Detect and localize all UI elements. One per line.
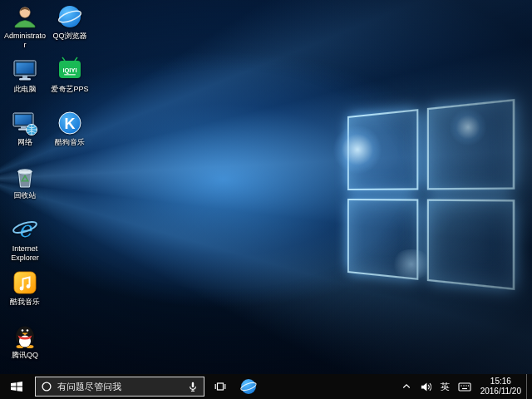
internet-explorer-icon: e — [12, 216, 38, 243]
taskbar-app-qq-browser[interactable] — [234, 374, 263, 399]
desktop-icon-qq-browser[interactable]: QQ浏览器 — [48, 3, 91, 57]
svg-text:iQIYI: iQIYI — [62, 66, 76, 74]
desktop-icon-label: 爱奇艺PPS — [51, 85, 88, 94]
desktop-icon-administrator[interactable]: Administrator — [3, 3, 47, 57]
computer-icon — [12, 57, 38, 83]
speaker-icon — [420, 381, 432, 393]
kuwo-music-icon — [12, 269, 38, 296]
desktop-icon-label: 腾讯QQ — [12, 351, 38, 360]
desktop-icon-iqiyi-pps[interactable]: iQIYI 爱奇艺PPS — [48, 57, 91, 110]
windows-start-icon — [10, 380, 23, 393]
show-desktop-button[interactable] — [526, 374, 532, 399]
task-view-icon — [214, 380, 227, 393]
desktop-icon-kuwo-music[interactable]: 酷我音乐 — [3, 269, 47, 323]
language-indicator[interactable]: 英 — [436, 374, 454, 399]
desktop-icon-label: Administrator — [3, 32, 47, 50]
iqiyi-pps-icon: iQIYI — [57, 57, 83, 83]
start-button[interactable] — [0, 374, 33, 399]
svg-text:K: K — [65, 116, 76, 132]
task-view-button[interactable] — [206, 374, 234, 399]
desktop-icon-label: 此电脑 — [14, 85, 37, 94]
chevron-up-icon — [401, 382, 411, 392]
user-folder-icon — [12, 3, 38, 30]
desktop-icon-grid: Administrator 此电脑 — [3, 3, 91, 374]
desktop-icon-label: 网络 — [17, 138, 32, 147]
clock-time: 15:16 — [480, 377, 521, 387]
touch-keyboard-button[interactable] — [454, 374, 475, 399]
desktop-icon-tencent-qq[interactable]: 腾讯QQ — [3, 323, 47, 374]
kugou-music-icon: K — [57, 110, 83, 136]
desktop-icon-network[interactable]: 网络 — [3, 110, 47, 163]
desktop-icon-recycle-bin[interactable]: 回收站 — [3, 163, 47, 216]
volume-button[interactable] — [416, 374, 436, 399]
desktop-icon-kugou-music[interactable]: K 酷狗音乐 — [48, 110, 91, 163]
desktop-icon-label: QQ浏览器 — [52, 32, 86, 41]
desktop-wallpaper: Administrator 此电脑 — [0, 0, 532, 374]
desktop-icon-this-pc[interactable]: 此电脑 — [3, 57, 47, 110]
desktop-icon-label: 回收站 — [14, 191, 37, 200]
touch-keyboard-icon — [458, 380, 471, 393]
desktop-icon-label: Internet Explorer — [3, 244, 47, 263]
qq-penguin-icon — [12, 323, 38, 349]
desktop-icon-label: 酷狗音乐 — [55, 138, 85, 147]
taskbar: 有问题尽管问我 — [0, 374, 532, 399]
clock-date: 2016/11/20 — [480, 387, 521, 397]
recycle-bin-icon — [12, 163, 38, 190]
taskbar-search-box[interactable]: 有问题尽管问我 — [35, 377, 204, 397]
qq-browser-icon — [57, 3, 83, 30]
qq-browser-icon — [239, 377, 258, 396]
desktop-icon-label: 酷我音乐 — [10, 298, 40, 307]
microphone-icon[interactable] — [187, 381, 199, 393]
clock[interactable]: 15:16 2016/11/20 — [475, 374, 526, 399]
desktop-icon-internet-explorer[interactable]: e Internet Explorer — [3, 216, 47, 269]
system-tray: 英 15:16 2016/11/20 — [397, 374, 532, 399]
search-placeholder: 有问题尽管问我 — [57, 381, 182, 393]
hidden-icons-button[interactable] — [397, 374, 416, 399]
network-icon — [12, 110, 38, 136]
cortana-icon — [41, 381, 52, 392]
